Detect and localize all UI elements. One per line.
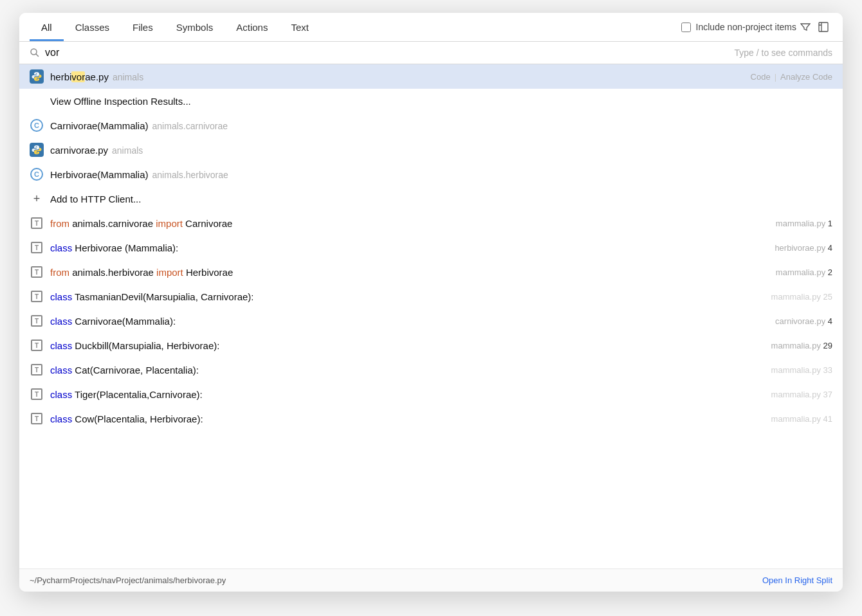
include-non-project-row: Include non-project items bbox=[681, 22, 796, 32]
python-icon bbox=[30, 143, 44, 157]
template-icon: T bbox=[30, 338, 44, 352]
search-hint: Type / to see commands bbox=[734, 48, 832, 58]
template-icon: T bbox=[30, 387, 44, 401]
result-location: mammalia.py 2 bbox=[742, 267, 832, 277]
spacer-icon bbox=[30, 94, 44, 108]
list-item[interactable]: herbivorae.py animals Code | Analyze Cod… bbox=[19, 64, 843, 89]
result-class-name: Carnivorae(Mammalia) bbox=[50, 120, 149, 131]
result-main: from animals.carnivorae import Carnivora… bbox=[50, 218, 736, 229]
result-main: class Herbivorae (Mammalia): bbox=[50, 242, 736, 253]
result-main: Add to HTTP Client... bbox=[50, 194, 832, 204]
template-icon: T bbox=[30, 216, 44, 230]
result-code: from animals.herbivorae import Herbivora… bbox=[50, 267, 233, 278]
list-item[interactable]: T class Cow(Placentalia, Herbivorae): ma… bbox=[19, 406, 843, 431]
list-item[interactable]: + Add to HTTP Client... bbox=[19, 186, 843, 211]
tab-all[interactable]: All bbox=[30, 13, 64, 41]
result-code: class Duckbill(Marsupialia, Herbivorae): bbox=[50, 340, 219, 351]
result-main: from animals.herbivorae import Herbivora… bbox=[50, 267, 736, 278]
result-code: class Tiger(Placentalia,Carnivorae): bbox=[50, 389, 203, 400]
result-location: herbivorae.py 4 bbox=[742, 243, 832, 253]
action-analyze: Analyze Code bbox=[780, 72, 832, 82]
class-icon: C bbox=[30, 167, 44, 181]
tab-text[interactable]: Text bbox=[279, 13, 320, 41]
result-main: class Duckbill(Marsupialia, Herbivorae): bbox=[50, 340, 736, 351]
list-item[interactable]: View Offline Inspection Results... bbox=[19, 89, 843, 113]
result-filename: carnivorae.py bbox=[50, 145, 108, 156]
result-main: class Carnivorae(Mammalia): bbox=[50, 316, 736, 327]
result-main: class Cat(Carnivorae, Placentalia): bbox=[50, 365, 736, 376]
contract-icon bbox=[818, 22, 829, 32]
svg-rect-0 bbox=[819, 23, 828, 32]
result-location: mammalia.py 41 bbox=[742, 414, 832, 424]
plus-icon: + bbox=[30, 192, 44, 206]
list-item[interactable]: T class Herbivorae (Mammalia): herbivora… bbox=[19, 235, 843, 260]
result-module: animals bbox=[112, 145, 143, 156]
result-module: animals.carnivorae bbox=[152, 121, 228, 131]
open-right-split-button[interactable]: Open In Right Split bbox=[762, 575, 832, 585]
result-class-name: Herbivorae(Mammalia) bbox=[50, 169, 149, 180]
list-item[interactable]: T from animals.carnivorae import Carnivo… bbox=[19, 211, 843, 235]
template-icon: T bbox=[30, 289, 44, 303]
result-location: mammalia.py 29 bbox=[742, 341, 832, 350]
template-icon: T bbox=[30, 314, 44, 328]
list-item[interactable]: T class Cat(Carnivorae, Placentalia): ma… bbox=[19, 358, 843, 382]
list-item[interactable]: T class Duckbill(Marsupialia, Herbivorae… bbox=[19, 333, 843, 358]
python-icon bbox=[30, 69, 44, 84]
result-location: carnivorae.py 4 bbox=[742, 316, 832, 326]
result-main: Herbivorae(Mammalia) animals.herbivorae bbox=[50, 169, 832, 180]
search-icon bbox=[30, 48, 40, 58]
template-icon: T bbox=[30, 240, 44, 255]
result-location: mammalia.py 37 bbox=[742, 390, 832, 399]
result-main: class Cow(Placentalia, Herbivorae): bbox=[50, 413, 736, 424]
result-main: class TasmanianDevil(Marsupialia, Carniv… bbox=[50, 291, 736, 302]
template-icon: T bbox=[30, 412, 44, 426]
result-location: mammalia.py 25 bbox=[742, 292, 832, 302]
filter-button[interactable] bbox=[796, 19, 814, 35]
svg-rect-2 bbox=[30, 69, 44, 84]
list-item[interactable]: carnivorae.py animals bbox=[19, 138, 843, 162]
result-code: class Cat(Carnivorae, Placentalia): bbox=[50, 365, 199, 376]
search-input[interactable] bbox=[45, 47, 729, 59]
list-item[interactable]: T class TasmanianDevil(Marsupialia, Carn… bbox=[19, 284, 843, 309]
template-icon: T bbox=[30, 265, 44, 279]
footer-path: ~/PycharmProjects/navProject/animals/her… bbox=[30, 575, 762, 585]
result-code: class Cow(Placentalia, Herbivorae): bbox=[50, 413, 203, 424]
list-item[interactable]: C Carnivorae(Mammalia) animals.carnivora… bbox=[19, 113, 843, 138]
list-item[interactable]: T class Tiger(Placentalia,Carnivorae): m… bbox=[19, 382, 843, 406]
funnel-icon bbox=[800, 22, 811, 32]
results-list: herbivorae.py animals Code | Analyze Cod… bbox=[19, 64, 843, 568]
tab-classes[interactable]: Classes bbox=[64, 13, 121, 41]
result-main: View Offline Inspection Results... bbox=[50, 96, 832, 107]
list-item[interactable]: T from animals.herbivorae import Herbivo… bbox=[19, 260, 843, 284]
search-row: Type / to see commands bbox=[19, 42, 843, 64]
result-action-name: Add to HTTP Client... bbox=[50, 194, 141, 204]
include-non-project-checkbox[interactable] bbox=[681, 23, 691, 32]
tab-symbols[interactable]: Symbols bbox=[165, 13, 225, 41]
result-location: mammalia.py 1 bbox=[742, 219, 832, 228]
result-code: class TasmanianDevil(Marsupialia, Carniv… bbox=[50, 291, 254, 302]
result-module: animals.herbivorae bbox=[152, 170, 228, 180]
result-code: from animals.carnivorae import Carnivora… bbox=[50, 218, 232, 229]
result-code: class Herbivorae (Mammalia): bbox=[50, 242, 178, 253]
footer: ~/PycharmProjects/navProject/animals/her… bbox=[19, 568, 843, 592]
list-item[interactable]: C Herbivorae(Mammalia) animals.herbivora… bbox=[19, 162, 843, 186]
class-icon: C bbox=[30, 118, 44, 132]
result-main: herbivorae.py animals bbox=[50, 71, 744, 82]
contract-button[interactable] bbox=[814, 19, 832, 35]
search-dialog: All Classes Files Symbols Actions Text I… bbox=[19, 13, 843, 592]
include-non-project-label: Include non-project items bbox=[696, 22, 796, 32]
result-main: Carnivorae(Mammalia) animals.carnivorae bbox=[50, 120, 832, 131]
result-module: animals bbox=[113, 72, 143, 82]
result-filename: herbivorae.py bbox=[50, 71, 109, 82]
tabs-row: All Classes Files Symbols Actions Text I… bbox=[19, 13, 843, 42]
result-code: class Carnivorae(Mammalia): bbox=[50, 316, 176, 327]
tab-files[interactable]: Files bbox=[121, 13, 165, 41]
result-actions: Code | Analyze Code bbox=[751, 72, 832, 82]
list-item[interactable]: T class Carnivorae(Mammalia): carnivorae… bbox=[19, 309, 843, 333]
svg-rect-3 bbox=[30, 143, 44, 157]
tab-actions[interactable]: Actions bbox=[225, 13, 279, 41]
result-action-name: View Offline Inspection Results... bbox=[50, 96, 191, 107]
template-icon: T bbox=[30, 363, 44, 377]
result-main: carnivorae.py animals bbox=[50, 145, 832, 156]
result-location: mammalia.py 33 bbox=[742, 365, 832, 375]
